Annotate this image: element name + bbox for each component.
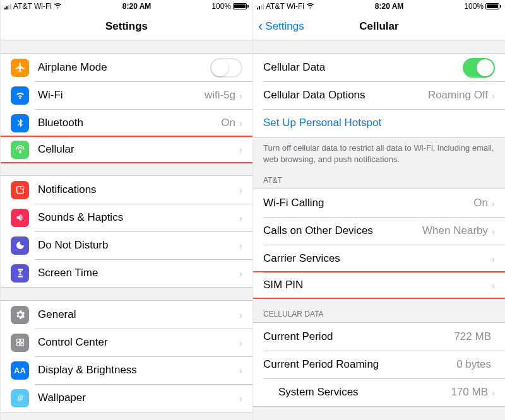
settings-content[interactable]: Airplane Mode Wi-Fi wifi-5g › Bluetooth …	[1, 40, 252, 420]
svg-point-7	[19, 397, 21, 399]
back-button[interactable]: ‹ Settings	[258, 20, 304, 33]
battery-icon	[233, 3, 249, 9]
row-airplane[interactable]: Airplane Mode	[1, 54, 252, 81]
row-dnd[interactable]: Do Not Disturb ›	[1, 231, 252, 259]
row-label: Carrier Services	[263, 252, 492, 265]
screentime-icon	[11, 264, 29, 283]
chevron-left-icon: ‹	[258, 20, 263, 33]
row-value: On	[473, 197, 488, 209]
display-icon: AA	[11, 361, 29, 380]
carrier-label: AT&T Wi-Fi	[13, 2, 52, 11]
row-label: Do Not Disturb	[38, 239, 239, 252]
signal-icon	[257, 4, 264, 9]
row-bluetooth[interactable]: Bluetooth On ›	[1, 109, 252, 137]
chevron-right-icon: ›	[239, 213, 242, 223]
row-label: Calls on Other Devices	[263, 225, 422, 237]
row-label: Set Up Personal Hotspot	[263, 117, 495, 129]
cellular-screen: AT&T Wi-Fi 8:20 AM 100% ‹ Settings Cellu…	[252, 0, 505, 420]
row-value: On	[221, 117, 235, 129]
settings-screen: AT&T Wi-Fi 8:20 AM 100% Settings Airplan…	[0, 0, 252, 420]
row-cellular-data[interactable]: Cellular Data	[253, 54, 505, 81]
battery-pct: 100%	[211, 2, 231, 11]
chevron-right-icon: ›	[492, 226, 495, 236]
chevron-right-icon: ›	[239, 185, 242, 195]
footer-text: Turn off cellular data to restrict all d…	[253, 137, 505, 165]
row-label: Bluetooth	[38, 117, 221, 129]
back-label: Settings	[265, 20, 304, 33]
row-current-period-roaming[interactable]: Current Period Roaming 0 bytes	[253, 351, 505, 378]
row-label: General	[38, 308, 239, 321]
sounds-icon	[11, 209, 29, 227]
airplane-icon	[11, 59, 29, 77]
row-calls-other-devices[interactable]: Calls on Other Devices When Nearby ›	[253, 217, 505, 245]
row-value: 170 MB	[451, 386, 488, 399]
svg-point-1	[20, 186, 23, 189]
row-label: Cellular Data	[263, 61, 463, 74]
row-general[interactable]: General ›	[1, 301, 252, 329]
chevron-right-icon: ›	[239, 393, 242, 404]
row-label: Cellular Data Options	[263, 89, 428, 102]
chevron-right-icon: ›	[239, 240, 242, 251]
chevron-right-icon: ›	[239, 144, 242, 155]
row-wifi-calling[interactable]: Wi-Fi Calling On ›	[253, 189, 505, 217]
airplane-toggle[interactable]	[210, 58, 242, 78]
group-header-cellular-data: CELLULAR DATA	[253, 298, 505, 322]
row-carrier-services[interactable]: Carrier Services ›	[253, 245, 505, 272]
row-label: System Services	[278, 386, 451, 399]
chevron-right-icon: ›	[239, 365, 242, 376]
row-label: Wi-Fi	[38, 89, 205, 102]
chevron-right-icon: ›	[239, 90, 242, 101]
row-value: When Nearby	[422, 225, 488, 237]
chevron-right-icon: ›	[239, 118, 242, 129]
row-cellular[interactable]: Cellular ›	[1, 136, 252, 163]
svg-rect-2	[16, 339, 20, 342]
row-sounds[interactable]: Sounds & Haptics ›	[1, 204, 252, 231]
carrier-label: AT&T Wi-Fi	[266, 2, 304, 11]
wifi-icon	[306, 2, 314, 11]
row-control-center[interactable]: Control Center ›	[1, 329, 252, 356]
row-current-period[interactable]: Current Period 722 MB	[253, 323, 505, 351]
status-bar: AT&T Wi-Fi 8:20 AM 100%	[253, 0, 505, 13]
row-notifications[interactable]: Notifications ›	[1, 176, 252, 204]
row-label: SIM PIN	[263, 279, 492, 291]
wifi-icon	[54, 2, 62, 11]
status-time: 8:20 AM	[314, 2, 464, 11]
wifi-setting-icon	[11, 86, 29, 105]
row-value: 722 MB	[454, 330, 491, 343]
svg-point-5	[20, 343, 23, 346]
battery-pct: 100%	[464, 2, 484, 11]
navbar-title: Settings	[105, 20, 148, 33]
dnd-icon	[11, 236, 29, 255]
row-wifi[interactable]: Wi-Fi wifi-5g ›	[1, 81, 252, 109]
row-sim-pin[interactable]: SIM PIN ›	[253, 271, 505, 299]
status-bar: AT&T Wi-Fi 8:20 AM 100%	[1, 0, 252, 13]
cellular-data-toggle[interactable]	[463, 58, 495, 78]
row-cellular-data-options[interactable]: Cellular Data Options Roaming Off ›	[253, 81, 505, 109]
signal-icon	[4, 4, 11, 9]
row-label: Sounds & Haptics	[38, 211, 239, 224]
chevron-right-icon: ›	[492, 198, 495, 209]
row-label: Cellular	[38, 143, 239, 156]
svg-rect-3	[20, 339, 23, 342]
navbar: Settings	[1, 13, 252, 40]
row-value: Roaming Off	[428, 89, 488, 102]
wallpaper-icon	[11, 389, 29, 407]
row-display[interactable]: AA Display & Brightness ›	[1, 356, 252, 384]
row-screentime[interactable]: Screen Time ›	[1, 259, 252, 287]
row-value: wifi-5g	[205, 89, 235, 102]
row-system-services[interactable]: System Services 170 MB ›	[253, 378, 505, 406]
chevron-right-icon: ›	[492, 387, 495, 398]
cellular-content[interactable]: Cellular Data Cellular Data Options Roam…	[253, 40, 505, 420]
control-center-icon	[11, 334, 29, 352]
bluetooth-icon	[11, 114, 29, 132]
general-icon	[11, 306, 29, 324]
row-label: Wi-Fi Calling	[263, 197, 473, 209]
group-header-att: AT&T	[253, 165, 505, 189]
navbar: ‹ Settings Cellular	[253, 13, 505, 40]
cellular-icon	[11, 141, 29, 159]
row-wallpaper[interactable]: Wallpaper ›	[1, 384, 252, 412]
battery-icon	[485, 3, 501, 9]
chevron-right-icon: ›	[492, 90, 495, 101]
chevron-right-icon: ›	[239, 268, 242, 279]
row-hotspot[interactable]: Set Up Personal Hotspot	[253, 109, 505, 137]
